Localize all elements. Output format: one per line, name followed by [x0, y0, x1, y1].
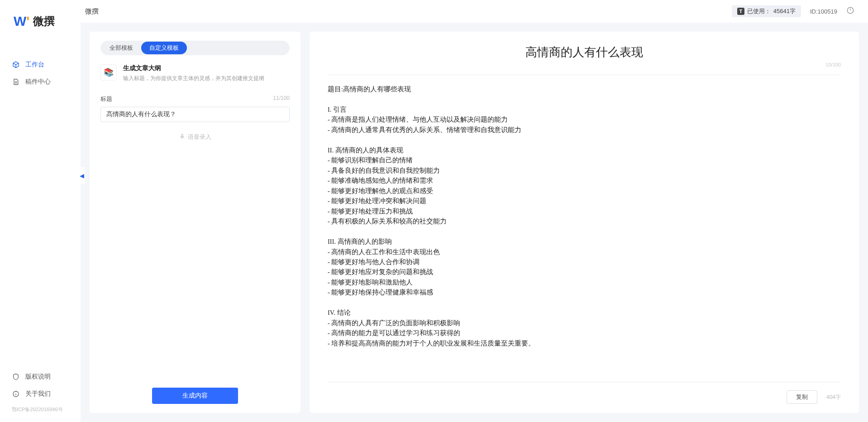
brand-logo[interactable]: W' 微撰: [0, 14, 81, 29]
template-description: 输入标题，为你提供文章主体的灵感，并为其创建推文提纲: [123, 74, 264, 82]
books-icon: 📚: [100, 64, 117, 81]
sidebar-item-label: 稿件中心: [25, 78, 51, 86]
template-title: 生成文章大纲: [123, 64, 264, 72]
sidebar-item-label: 关于我们: [25, 390, 51, 398]
sidebar: W' 微撰 工作台 稿件中心 版权说明: [0, 0, 81, 422]
document-body[interactable]: 题目:高情商的人有哪些表现 I. 引言 - 高情商是指人们处理情绪、与他人互动以…: [328, 84, 841, 348]
info-icon: [12, 390, 20, 398]
word-count: 404字: [826, 394, 841, 401]
template-card[interactable]: 📚 生成文章大纲 输入标题，为你提供文章主体的灵感，并为其创建推文提纲: [100, 64, 290, 82]
copy-button[interactable]: 复制: [787, 390, 817, 404]
output-panel: 高情商的人有什么表现 10/100 题目:高情商的人有哪些表现 I. 引言 - …: [310, 32, 859, 413]
document-icon: [12, 78, 20, 86]
logo-mark-icon: W': [14, 14, 29, 29]
usage-value: 45641字: [773, 7, 796, 15]
tab-all-templates[interactable]: 全部模板: [101, 42, 141, 54]
field-label-title: 标题: [100, 95, 112, 103]
sidebar-item-about[interactable]: 关于我们: [0, 385, 81, 403]
collapse-sidebar-button[interactable]: ◀: [79, 167, 85, 184]
brand-name: 微撰: [33, 14, 55, 28]
text-badge-icon: T: [737, 8, 744, 15]
usage-prefix: 已使用：: [747, 7, 771, 15]
sidebar-item-label: 工作台: [25, 61, 44, 69]
voice-input-button[interactable]: 语音录入: [100, 133, 290, 141]
sidebar-item-copyright[interactable]: 版权说明: [0, 368, 81, 385]
svg-rect-2: [181, 134, 182, 138]
power-icon: [846, 6, 854, 14]
sidebar-item-label: 版权说明: [25, 373, 51, 381]
breadcrumb: 微撰: [85, 7, 723, 16]
cube-icon: [12, 61, 20, 69]
title-char-count: 10/100: [825, 62, 841, 67]
usage-pill[interactable]: T 已使用： 45641字: [732, 5, 801, 17]
title-input[interactable]: [100, 107, 290, 122]
voice-input-label: 语音录入: [188, 133, 211, 141]
sidebar-item-drafts[interactable]: 稿件中心: [0, 73, 81, 90]
field-char-count: 11/100: [273, 95, 290, 103]
document-title[interactable]: 高情商的人有什么表现: [328, 44, 841, 60]
tab-custom-templates[interactable]: 自定义模板: [141, 42, 187, 54]
input-panel: 全部模板 自定义模板 📚 生成文章大纲 输入标题，为你提供文章主体的灵感，并为其…: [90, 32, 300, 413]
shield-icon: [12, 373, 20, 381]
microphone-icon: [179, 133, 185, 141]
template-tabs: 全部模板 自定义模板: [100, 41, 290, 55]
topbar: 微撰 T 已使用： 45641字 ID:100519: [81, 0, 868, 23]
power-button[interactable]: [846, 6, 854, 16]
chevron-left-icon: ◀: [80, 172, 84, 179]
user-id: ID:100519: [810, 8, 837, 15]
sidebar-item-workbench[interactable]: 工作台: [0, 56, 81, 73]
generate-button[interactable]: 生成内容: [152, 388, 238, 404]
icp-text: 鄂ICP备2022016946号: [0, 406, 81, 413]
